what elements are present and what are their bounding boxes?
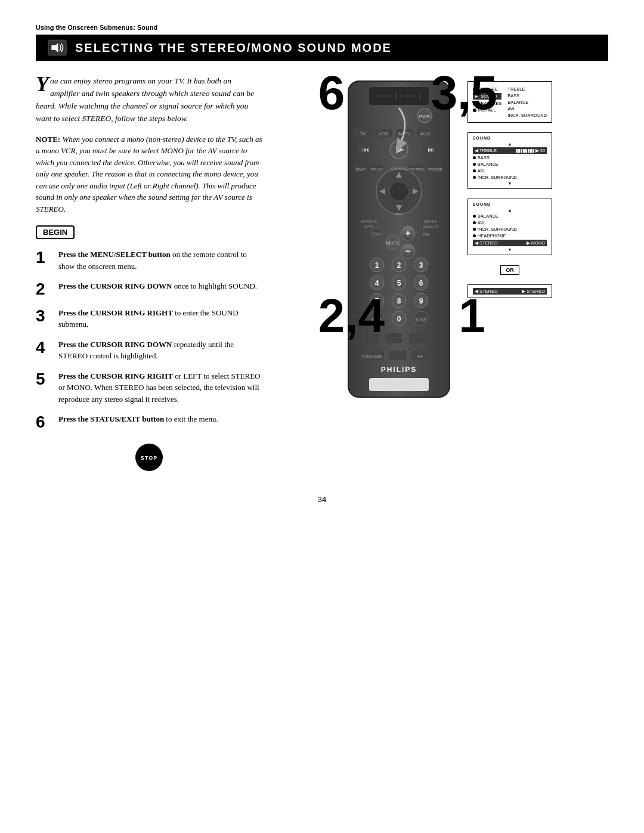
step-3: 3 Press the CURSOR RING RIGHT to enter t… [36, 307, 262, 330]
svg-rect-88 [389, 351, 407, 360]
svg-text:STOP: STOP [141, 455, 157, 461]
section-label: Using the Onscreen Submenus: Sound [36, 24, 608, 31]
svg-point-8 [389, 95, 391, 97]
svg-text:TV: TV [360, 131, 366, 137]
svg-text:RF: RF [417, 354, 423, 358]
svg-text:2: 2 [397, 261, 401, 270]
big-number-6: 6 [318, 69, 345, 117]
svg-text:AUX: AUX [420, 131, 431, 137]
svg-text:+: + [405, 228, 410, 238]
svg-rect-92 [369, 378, 429, 391]
stop-badge: STOP [36, 444, 262, 471]
svg-rect-84 [385, 333, 402, 343]
note-body: When you connect a mono (non-stereo) dev… [36, 135, 262, 213]
step-2: 2 Press the CURSOR RING DOWN once to hig… [36, 280, 262, 299]
osd2-balance: BALANCE [473, 162, 547, 167]
osd-screen-2: SOUND ▲ ◀ TREBLE [467, 132, 552, 189]
svg-point-9 [395, 95, 397, 97]
osd3-title: SOUND [473, 202, 547, 206]
osd1-sub-balance: BALANCE [507, 100, 547, 105]
svg-rect-85 [409, 333, 426, 343]
svg-text:MUTE: MUTE [386, 240, 400, 246]
osd2-bass: BASS [473, 155, 547, 160]
step-3-text: Press the CURSOR RING RIGHT to enter the… [58, 307, 262, 330]
step-6-bold: Press the STATUS/EXIT button [58, 414, 164, 423]
step-4-number: 4 [36, 339, 52, 357]
step-4-text: Press the CURSOR RING DOWN repeatedly un… [58, 339, 262, 362]
svg-text:SELECT: SELECT [422, 224, 439, 228]
svg-text:SND: SND [372, 232, 381, 236]
svg-text:CURSOR: CURSOR [391, 167, 407, 171]
stop-icon: STOP [135, 444, 163, 471]
steps-list: 1 Press the MENU/SELECT button on the re… [36, 249, 262, 432]
big-number-1: 1 [459, 292, 485, 340]
svg-text:3: 3 [419, 261, 423, 270]
speaker-icon [48, 39, 67, 56]
step-6-number: 6 [36, 413, 52, 432]
step-2-text: Press the CURSOR RING DOWN once to highl… [58, 280, 257, 292]
svg-text:⏭: ⏭ [428, 145, 435, 154]
osd3-balance: BALANCE [473, 213, 547, 219]
osd1-sub-bass: BASS [507, 93, 547, 98]
step-2-bold: Press the CURSOR RING DOWN [58, 281, 172, 290]
step-5-number: 5 [36, 370, 52, 389]
curved-arrow [381, 105, 417, 155]
osd3-headphone: HEADPHONE [473, 233, 547, 239]
osd2-title: SOUND [473, 136, 547, 140]
step-6: 6 Press the STATUS/EXIT button to exit t… [36, 413, 262, 432]
main-content: You can enjoy stereo programs on your TV… [36, 75, 608, 471]
svg-text:PWR: PWR [419, 114, 431, 119]
left-column: You can enjoy stereo programs on your TV… [36, 75, 262, 471]
drop-cap: Y [36, 75, 49, 94]
osd2-treble-row: ◀ TREBLE [473, 147, 547, 154]
big-number-35: 3,5 [431, 69, 497, 117]
step-5: 5 Press the CURSOR RING RIGHT or LEFT to… [36, 370, 262, 405]
osd-screen-3: SOUND ▲ BALANCE AVL INCR. SURROUND HEADP… [467, 199, 552, 255]
osd3-avl: AVL [473, 220, 547, 225]
note-text: NOTE: When you connect a mono (non-stere… [36, 134, 262, 215]
step-5-text: Press the CURSOR RING RIGHT or LEFT to s… [58, 370, 262, 405]
svg-text:CONTROL: CONTROL [407, 168, 425, 171]
page-number: 34 [36, 495, 608, 504]
osd1-sub-treble: TREBLE [507, 86, 547, 92]
osd3-incr: INCR. SURROUND [473, 227, 547, 232]
svg-text:5: 5 [397, 279, 401, 287]
svg-text:CH: CH [423, 233, 429, 237]
step-6-text: Press the STATUS/EXIT button to exit the… [58, 413, 218, 425]
svg-point-7 [383, 95, 385, 97]
osd1-sub-incr: INCR. SURROUND [507, 113, 547, 118]
svg-point-6 [377, 95, 379, 97]
step-1-number: 1 [36, 249, 52, 267]
remote-with-numbers: 6 3,5 2,4 1 [336, 75, 462, 411]
step-2-number: 2 [36, 280, 52, 299]
step-1: 1 Press the MENU/SELECT button on the re… [36, 249, 262, 272]
osd2-avl: AVL [473, 168, 547, 174]
svg-text:SWAP: SWAP [355, 168, 366, 171]
begin-badge: BEGIN [36, 225, 75, 239]
osd2-incr: INCR. SURROUND [473, 175, 547, 180]
svg-text:8: 8 [397, 297, 401, 305]
osd1-sub-avl: AVL [507, 106, 547, 112]
svg-text:4: 4 [375, 279, 379, 287]
step-3-bold: Press the CURSOR RING RIGHT [58, 308, 173, 317]
note-label: NOTE: [36, 135, 60, 144]
svg-text:FREEZE: FREEZE [428, 168, 442, 171]
svg-text:TUNE: TUNE [415, 318, 426, 322]
osd3-stereo-row: ◀ STEREO ▶ MONO [473, 240, 547, 246]
svg-text:STATUS/: STATUS/ [361, 219, 378, 224]
svg-text:EXIT: EXIT [364, 224, 374, 228]
svg-text:PHILIPS: PHILIPS [381, 366, 417, 374]
svg-text:MENU/: MENU/ [424, 219, 438, 224]
or-divider: OR [500, 265, 519, 275]
svg-point-11 [407, 95, 408, 97]
step-1-bold: Press the MENU/SELECT button [58, 250, 171, 259]
page-container: Using the Onscreen Submenus: Sound Selec… [0, 0, 644, 833]
svg-text:⏮: ⏮ [362, 145, 369, 154]
intro-text: You can enjoy stereo programs on your TV… [36, 75, 262, 125]
svg-text:RING: RING [394, 212, 403, 216]
step-4-bold: Press the CURSOR RING DOWN [58, 340, 172, 349]
svg-text:−: − [405, 246, 410, 256]
svg-point-31 [389, 182, 408, 201]
svg-text:PIP CH: PIP CH [371, 168, 383, 171]
intro-body: ou can enjoy stereo programs on your TV.… [36, 76, 254, 123]
